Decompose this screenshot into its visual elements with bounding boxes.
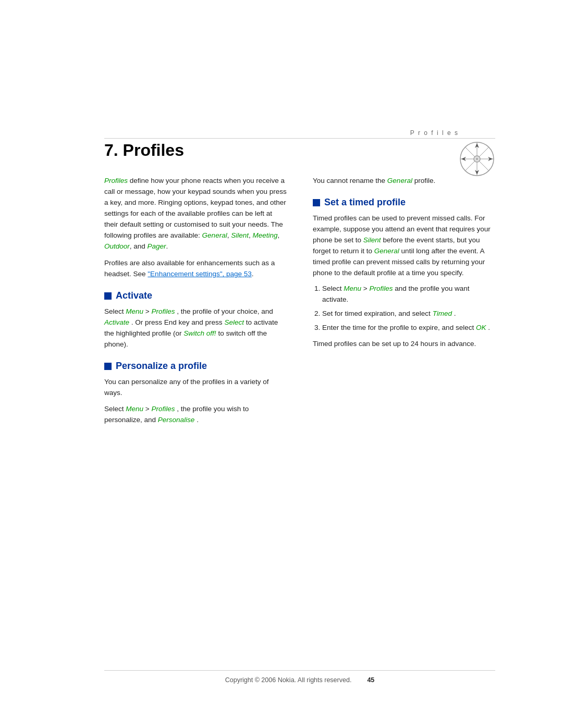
step1-menu-link: Menu [344, 285, 361, 292]
timed-profile-steps: Select Menu > Profiles and the profile y… [322, 283, 495, 334]
personalise-link: Personalise [158, 416, 195, 424]
profiles-link: Profiles [104, 177, 128, 184]
personalize-heading: Personalize a profile [116, 361, 207, 372]
timed-link: Timed [433, 310, 452, 317]
step-1: Select Menu > Profiles and the profile y… [322, 283, 495, 305]
personalize-blue-square [104, 363, 112, 370]
select-link: Select [224, 318, 244, 326]
personalize-para-2: Select Menu > Profiles , the profile you… [104, 404, 287, 426]
activate-menu-link: Menu [126, 307, 143, 315]
enhancement-link[interactable]: "Enhancement settings", page 53 [148, 270, 251, 278]
step1-profiles-link: Profiles [369, 285, 393, 292]
silent-link-2: Silent [363, 236, 381, 244]
ok-link: OK [476, 324, 486, 331]
timed-profile-heading: Set a timed profile [324, 197, 406, 208]
general-link-3: General [374, 247, 399, 255]
personalize-heading-container: Personalize a profile [104, 361, 287, 372]
activate-heading: Activate [116, 290, 152, 301]
enhancement-paragraph: Profiles are also available for enhancem… [104, 258, 287, 280]
activate-link: Activate [104, 318, 129, 326]
timed-blue-square [313, 199, 320, 206]
general-link-1: General [202, 231, 227, 239]
right-column: You cannot rename the General profile. S… [313, 176, 495, 431]
timed-note: Timed profiles can be set up to 24 hours… [313, 339, 495, 350]
step-3: Enter the time for the profile to expire… [322, 323, 495, 334]
general-link-2: General [387, 177, 412, 184]
page-header: P r o f i l e s [410, 129, 459, 137]
silent-link: Silent [231, 231, 249, 239]
header-section-label: P r o f i l e s [410, 129, 459, 137]
content-area: 7. Profiles Profiles define how your pho… [104, 141, 495, 665]
activate-blue-square [104, 292, 112, 300]
switch-off-link: Switch off! [183, 329, 216, 337]
copyright-text: Copyright © 2006 Nokia. All rights reser… [225, 676, 352, 684]
step-2: Set for timed expiration, and select Tim… [322, 309, 495, 319]
timed-profile-intro: Timed profiles can be used to prevent mi… [313, 213, 495, 279]
intro-paragraph: Profiles define how your phone reacts wh… [104, 176, 287, 252]
personalize-para-1: You can personalize any of the profiles … [104, 377, 287, 399]
activate-profiles-link: Profiles [151, 307, 175, 315]
left-column: Profiles define how your phone reacts wh… [104, 176, 287, 431]
pager-link: Pager [148, 242, 166, 250]
top-divider [104, 138, 495, 139]
footer: Copyright © 2006 Nokia. All rights reser… [104, 676, 495, 684]
activate-paragraph: Select Menu > Profiles , the profile of … [104, 306, 287, 350]
cannot-rename-paragraph: You cannot rename the General profile. [313, 176, 495, 187]
meeting-link: Meeting [252, 231, 277, 239]
timed-profile-heading-container: Set a timed profile [313, 197, 495, 208]
chapter-title: 7. Profiles [104, 141, 495, 160]
page-wrapper: P r o f i l e s 7. Profiles [0, 0, 563, 728]
page-number: 45 [367, 676, 374, 684]
bottom-divider [104, 670, 495, 671]
outdoor-link: Outdoor [104, 242, 130, 250]
personalize-profiles-link: Profiles [151, 405, 175, 413]
two-column-layout: Profiles define how your phone reacts wh… [104, 176, 495, 431]
activate-heading-container: Activate [104, 290, 287, 301]
personalize-menu-link: Menu [126, 405, 143, 413]
